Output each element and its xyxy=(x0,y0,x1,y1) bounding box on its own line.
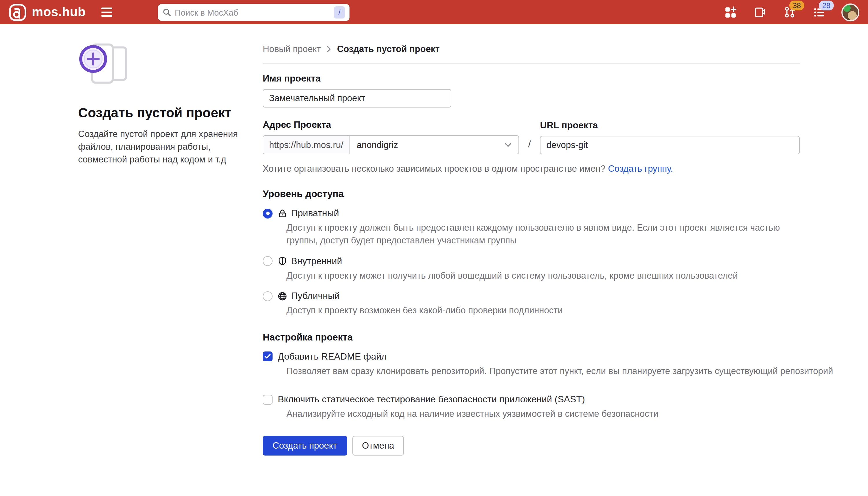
page-intro: Создать пустой проект Создайте пустой пр… xyxy=(78,36,247,166)
project-address-group: https://hub.mos.ru/ anondigriz xyxy=(263,135,519,154)
namespace-select[interactable]: anondigriz xyxy=(350,136,519,154)
radio-public[interactable] xyxy=(263,291,272,301)
search-shortcut-key: / xyxy=(334,6,345,18)
page-title: Создать пустой проект xyxy=(78,105,247,121)
search-icon xyxy=(163,8,171,17)
project-name-label: Имя проекта xyxy=(263,74,320,83)
namespace-value: anondigriz xyxy=(357,140,398,150)
create-group-link[interactable]: Создать группу. xyxy=(608,164,673,173)
readme-label: Добавить README файл xyxy=(278,352,387,362)
menu-hamburger-icon[interactable] xyxy=(101,5,115,19)
url-prefix: https://hub.mos.ru/ xyxy=(263,136,350,154)
todo-count-badge: 28 xyxy=(819,1,834,11)
moshub-logo-icon xyxy=(9,3,27,21)
create-project-form: Новый проект Создать пустой проект Имя п… xyxy=(263,44,800,455)
settings-section-label: Настройка проекта xyxy=(263,332,800,343)
create-project-button[interactable]: Создать проект xyxy=(263,436,347,455)
logo-wordmark: mos.hub xyxy=(32,5,86,20)
namespace-hint: Хотите организовать несколько зависимых … xyxy=(263,164,800,174)
readme-description: Позволяет вам сразу клонировать репозито… xyxy=(286,365,800,378)
page-description: Создайте пустой проект для хранения файл… xyxy=(78,128,247,166)
issues-button[interactable] xyxy=(753,5,767,19)
readme-checkbox[interactable] xyxy=(263,352,272,361)
todo-list-button[interactable]: 28 xyxy=(812,5,826,19)
visibility-option-internal: Внутренний xyxy=(263,256,800,266)
merge-requests-badge: 38 xyxy=(789,1,804,11)
project-url-label: URL проекта xyxy=(540,120,800,131)
sast-checkbox[interactable] xyxy=(263,395,272,405)
radio-internal[interactable] xyxy=(263,257,272,266)
search-input[interactable] xyxy=(175,8,334,17)
top-navbar: mos.hub / xyxy=(0,0,868,24)
project-url-input[interactable] xyxy=(540,136,800,154)
merge-requests-button[interactable]: 38 xyxy=(782,5,796,19)
form-actions: Создать проект Отмена xyxy=(263,436,800,455)
moshub-logo[interactable]: mos.hub xyxy=(9,3,86,21)
breadcrumb-current: Создать пустой проект xyxy=(337,44,439,55)
readme-option: Добавить README файл xyxy=(263,352,800,362)
breadcrumb-parent[interactable]: Новый проект xyxy=(263,44,321,55)
chevron-right-icon xyxy=(326,46,332,52)
global-search[interactable]: / xyxy=(158,4,349,21)
visibility-internal-label: Внутренний xyxy=(291,256,342,266)
header-divider xyxy=(263,63,800,64)
cancel-button[interactable]: Отмена xyxy=(352,436,404,455)
visibility-private-description: Доступ к проекту должен быть предоставле… xyxy=(286,221,800,247)
sast-description: Анализируйте исходный код на наличие изв… xyxy=(286,408,800,421)
visibility-option-private: Приватный xyxy=(263,208,800,218)
visibility-option-public: Публичный xyxy=(263,291,800,301)
visibility-section-label: Уровень доступа xyxy=(263,188,800,199)
breadcrumb: Новый проект Создать пустой проект xyxy=(263,44,800,55)
path-separator: / xyxy=(519,139,540,154)
create-project-page: mos.hub / xyxy=(0,0,868,496)
project-address-label: Адрес Проекта xyxy=(263,120,519,130)
visibility-public-label: Публичный xyxy=(291,291,340,301)
visibility-private-label: Приватный xyxy=(291,208,339,218)
chevron-down-icon xyxy=(505,142,511,147)
sast-label: Включить статическое тестирование безопа… xyxy=(278,394,585,405)
globe-icon xyxy=(278,291,287,301)
new-menu-button[interactable] xyxy=(723,5,737,19)
blank-project-illustration xyxy=(78,36,247,94)
visibility-public-description: Доступ к проекту возможен без какой-либо… xyxy=(286,304,800,317)
visibility-internal-description: Доступ к проекту может получить любой во… xyxy=(286,269,800,282)
lock-icon xyxy=(278,208,287,218)
navbar-actions: 38 28 xyxy=(723,3,859,21)
user-avatar[interactable] xyxy=(841,3,859,21)
shield-icon xyxy=(278,257,287,266)
namespace-hint-text: Хотите организовать несколько зависимых … xyxy=(263,164,605,173)
radio-private[interactable] xyxy=(263,208,272,218)
project-name-input[interactable] xyxy=(263,89,451,108)
sast-option: Включить статическое тестирование безопа… xyxy=(263,394,800,405)
